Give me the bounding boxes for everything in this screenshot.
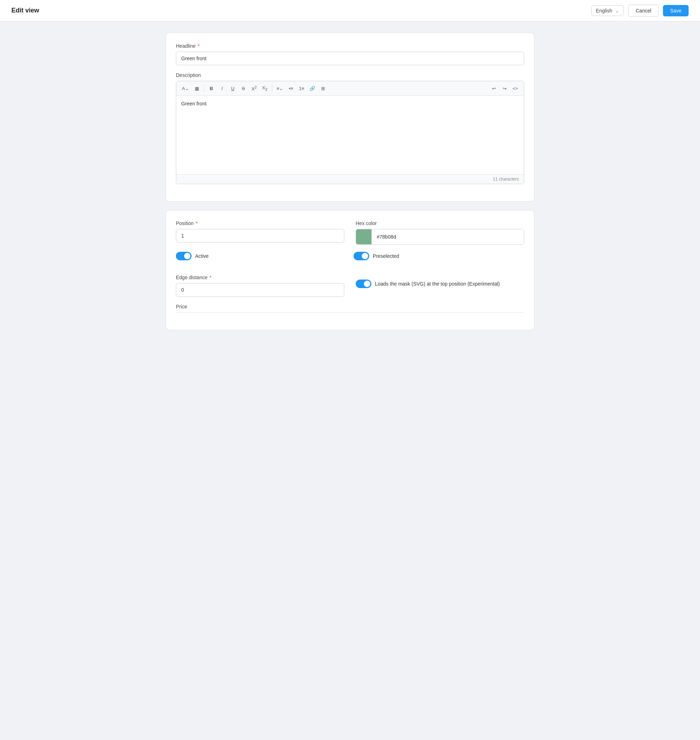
undo-icon: ↩	[492, 86, 496, 91]
char-count: 11 characters	[493, 177, 519, 182]
save-button[interactable]: Save	[663, 5, 688, 16]
language-dropdown[interactable]: English ⌄	[591, 5, 624, 16]
subscript-icon: X2	[262, 85, 268, 91]
superscript-icon: X2	[251, 85, 257, 91]
editor-toolbar: A⌄ ▦ B I U S X2 X2	[176, 81, 524, 96]
toolbar-font-group: A⌄ ▦	[180, 83, 202, 93]
mask-toggle-row: Loads the mask (SVG) at the top position…	[356, 280, 500, 288]
description-editor-body[interactable]: Green front	[176, 96, 524, 174]
preselected-toggle[interactable]	[354, 252, 369, 260]
table-button[interactable]: ⊞	[318, 83, 328, 93]
ordered-list-icon: 1≡	[299, 86, 304, 91]
chevron-down-icon: ⌄	[615, 8, 619, 13]
mask-label: Loads the mask (SVG) at the top position…	[375, 281, 500, 287]
redo-icon: ↪	[503, 86, 507, 91]
edge-distance-label: Edge distance *	[176, 275, 344, 280]
position-label: Position *	[176, 221, 344, 226]
price-label: Price	[176, 304, 524, 309]
header-actions: English ⌄ Cancel Save	[591, 4, 688, 17]
color-swatch[interactable]	[356, 230, 372, 244]
headline-input[interactable]	[176, 51, 524, 65]
italic-icon: I	[222, 86, 223, 91]
description-content: Green front	[181, 101, 206, 106]
edge-required: *	[208, 275, 212, 280]
toolbar-separator-2	[272, 85, 272, 92]
underline-button[interactable]: U	[228, 83, 238, 93]
bold-icon: B	[210, 86, 213, 91]
ordered-list-button[interactable]: 1≡	[297, 83, 307, 93]
editor-footer: 11 characters	[176, 174, 524, 184]
description-editor: A⌄ ▦ B I U S X2 X2	[176, 81, 524, 184]
preselected-slider	[354, 252, 369, 260]
strikethrough-icon: S	[242, 86, 245, 91]
edge-mask-row: Edge distance * Loads the mask (SVG) at …	[176, 275, 524, 304]
unordered-list-button[interactable]: •≡	[286, 83, 296, 93]
edge-distance-group: Edge distance *	[176, 275, 344, 297]
link-icon: 🔗	[309, 86, 315, 91]
cancel-button[interactable]: Cancel	[628, 4, 659, 17]
color-grid-icon: ▦	[195, 86, 199, 91]
code-button[interactable]: <>	[510, 83, 520, 93]
font-button[interactable]: A⌄	[180, 83, 191, 93]
position-input[interactable]	[176, 229, 344, 243]
language-value: English	[596, 8, 612, 13]
code-icon: <>	[512, 86, 518, 91]
superscript-button[interactable]: X2	[249, 83, 259, 93]
link-button[interactable]: 🔗	[307, 83, 317, 93]
card-text-content: Headline * Description A⌄ ▦	[166, 33, 534, 202]
required-indicator: *	[196, 43, 199, 49]
unordered-list-icon: •≡	[289, 86, 293, 91]
font-icon: A⌄	[182, 86, 189, 91]
toolbar-format-group: B I U S X2 X2	[206, 83, 270, 93]
bold-button[interactable]: B	[206, 83, 216, 93]
mask-slider	[356, 280, 371, 288]
hex-color-input[interactable]	[372, 230, 524, 244]
card-settings: Position * Hex color Active	[166, 210, 534, 330]
preselected-toggle-row: Preselected	[354, 252, 524, 260]
subscript-button[interactable]: X2	[260, 83, 270, 93]
toolbar-separator-1	[204, 85, 204, 92]
undo-button[interactable]: ↩	[489, 83, 499, 93]
hex-color-label: Hex color	[356, 221, 524, 226]
headline-group: Headline *	[176, 43, 524, 65]
align-button[interactable]: ≡⌄	[275, 83, 285, 93]
position-required: *	[194, 221, 198, 226]
description-group: Description A⌄ ▦ B I U	[176, 72, 524, 184]
edge-distance-input[interactable]	[176, 283, 344, 297]
price-divider	[176, 312, 524, 313]
redo-button[interactable]: ↪	[500, 83, 509, 93]
mask-toggle-group: Loads the mask (SVG) at the top position…	[356, 275, 524, 297]
active-label: Active	[195, 253, 209, 259]
table-icon: ⊞	[321, 86, 325, 91]
hex-color-wrapper	[356, 229, 524, 245]
main-content: Headline * Description A⌄ ▦	[154, 21, 546, 350]
color-grid-button[interactable]: ▦	[192, 83, 202, 93]
description-label: Description	[176, 72, 524, 78]
mask-toggle[interactable]	[356, 280, 371, 288]
price-group: Price	[176, 304, 524, 313]
hex-color-group: Hex color	[356, 221, 524, 245]
position-hex-row: Position * Hex color	[176, 221, 524, 252]
headline-label: Headline *	[176, 43, 524, 49]
active-toggle-row: Active	[176, 252, 346, 260]
strikethrough-button[interactable]: S	[238, 83, 249, 93]
active-slider	[176, 252, 191, 260]
toolbar-list-group: ≡⌄ •≡ 1≡ 🔗 ⊞	[275, 83, 328, 93]
align-icon: ≡⌄	[276, 86, 284, 91]
page-title: Edit view	[12, 7, 39, 14]
underline-icon: U	[231, 86, 234, 91]
preselected-label: Preselected	[373, 253, 399, 259]
italic-button[interactable]: I	[217, 83, 227, 93]
toolbar-right-group: ↩ ↪ <>	[489, 83, 520, 93]
page-header: Edit view English ⌄ Cancel Save	[0, 0, 700, 21]
active-toggle[interactable]	[176, 252, 191, 260]
position-group: Position *	[176, 221, 344, 245]
active-preselected-row: Active Preselected	[176, 252, 524, 268]
